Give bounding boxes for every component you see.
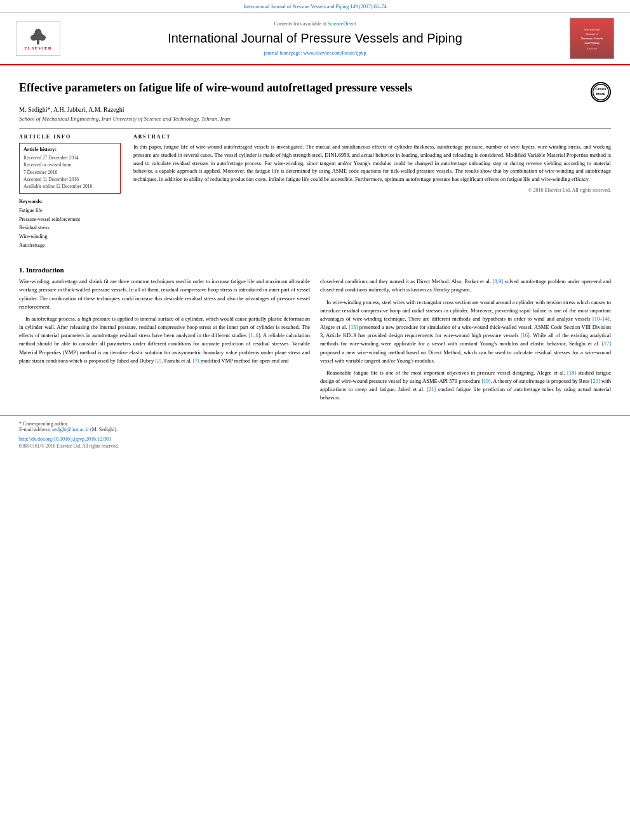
svg-point-4	[35, 29, 42, 36]
authors: M. Sedighi*, A.H. Jabbari, A.M. Razeghi	[19, 106, 611, 113]
elsevier-wordmark: ELSEVIER	[24, 46, 51, 51]
ref-17: [17]	[602, 340, 611, 347]
abstract-text: In this paper, fatigue life of wire-woun…	[133, 143, 611, 183]
article-info-abstract: ARTICLE INFO Article history: Received 2…	[19, 134, 611, 250]
svg-text:Cross: Cross	[595, 86, 607, 91]
crossmark-badge: Cross Mark	[591, 82, 611, 102]
article-info-heading: ARTICLE INFO	[19, 134, 121, 140]
doi-url[interactable]: http://dx.doi.org/10.1016/j.ijpvp.2016.1…	[19, 436, 111, 442]
pvp-logo-area: InternationalJournal ofPressure Vesselsa…	[566, 18, 617, 59]
article-history-label: Article history:	[23, 147, 116, 152]
ref-18: [18]	[567, 370, 576, 376]
email-name: (M. Sedighi).	[90, 427, 117, 432]
body-col2-p1: closed-end conditions and they named it …	[320, 277, 611, 294]
abstract-panel: ABSTRACT In this paper, fatigue life of …	[133, 134, 611, 250]
body-col-1: Wire-winding, autofrettage and shrink fi…	[19, 277, 310, 406]
journal-header: ELSEVIER Contents lists available at Sci…	[0, 13, 630, 65]
body-col2-p2: In wire-winding process, steel wires wit…	[320, 298, 611, 365]
footnote-area: * Corresponding author. E-mail address: …	[0, 415, 630, 435]
pvp-logo-subtitle: Elsevier	[587, 47, 597, 50]
body-col1-p1: Wire-winding, autofrettage and shrink fi…	[19, 277, 310, 311]
article-dates: Received 27 December 2014 Received in re…	[23, 154, 116, 190]
title-area: Effective parameters on fatigue life of …	[19, 81, 575, 100]
email-line: E-mail address: sedighi@iust.ac.ir (M. S…	[19, 427, 611, 432]
elsevier-logo-box: ELSEVIER	[16, 21, 60, 56]
keyword-1: Fatigue life	[19, 206, 121, 215]
homepage-url[interactable]: www.elsevier.com/locate/ijpvp	[303, 50, 366, 56]
top-journal-line: International Journal of Pressure Vessel…	[0, 0, 630, 13]
email-link[interactable]: sedighi@iust.ac.ir	[52, 427, 89, 432]
body-col2-p3: Reasonable fatigue life is one of the mo…	[320, 369, 611, 403]
ref-16: [16]	[521, 332, 530, 338]
article-info-panel: ARTICLE INFO Article history: Received 2…	[19, 134, 121, 250]
journal-title: International Journal of Pressure Vessel…	[168, 31, 462, 46]
two-col-body: Wire-winding, autofrettage and shrink fi…	[19, 277, 611, 406]
ref-1-6: [1–6]	[248, 332, 260, 338]
ref-15: [15]	[349, 324, 358, 330]
keyword-4: Wire-winding	[19, 232, 121, 241]
svg-point-2	[30, 34, 37, 40]
body-col1-p2: In autofrettage process, a high pressure…	[19, 315, 310, 365]
doi-line: http://dx.doi.org/10.1016/j.ijpvp.2016.1…	[0, 435, 630, 443]
corresponding-author: * Corresponding author.	[19, 421, 611, 427]
ref-19: [19]	[481, 378, 490, 384]
affiliation: School of Mechanical Engineering, Iran U…	[19, 116, 611, 122]
keywords-box: Keywords: Fatigue life Pressure-vessel r…	[19, 199, 121, 250]
sciencedirect-link[interactable]: ScienceDirect	[328, 21, 356, 27]
article-history-box: Article history: Received 27 December 20…	[19, 143, 121, 194]
abstract-heading: ABSTRACT	[133, 134, 611, 140]
ref-20: [20]	[591, 378, 600, 384]
body-col-2: closed-end conditions and they named it …	[320, 277, 611, 406]
article-title: Effective parameters on fatigue life of …	[19, 81, 575, 95]
header-center: Contents lists available at ScienceDirec…	[70, 18, 560, 59]
elsevier-logo-area: ELSEVIER	[13, 18, 64, 59]
divider-1	[19, 128, 611, 129]
contents-available-line: Contents lists available at ScienceDirec…	[274, 21, 356, 27]
title-row: Effective parameters on fatigue life of …	[19, 81, 611, 102]
main-content: Effective parameters on fatigue life of …	[0, 65, 630, 256]
copyright-line: © 2016 Elsevier Ltd. All rights reserved…	[133, 187, 611, 193]
ref-10-14: [10–14]	[593, 316, 610, 322]
crossmark-area: Cross Mark	[584, 82, 611, 102]
ref-2: [2]	[155, 357, 161, 364]
keywords-label: Keywords:	[19, 199, 121, 204]
journal-homepage: journal homepage: www.elsevier.com/locat…	[264, 50, 366, 56]
section-1-title: 1. Introduction	[19, 266, 611, 274]
keyword-2: Pressure-vessel reinforcement	[19, 215, 121, 224]
svg-text:Mark: Mark	[596, 91, 606, 96]
top-journal-text: International Journal of Pressure Vessel…	[243, 4, 386, 10]
ref-21: [21]	[427, 386, 436, 392]
pvp-logo-box: InternationalJournal ofPressure Vesselsa…	[570, 18, 614, 59]
issn-line: 0308-0161/© 2016 Elsevier Ltd. All right…	[0, 443, 630, 453]
pvp-logo-text: InternationalJournal ofPressure Vesselsa…	[581, 27, 603, 45]
keyword-5: Autofrettage	[19, 241, 121, 250]
elsevier-tree-icon	[25, 27, 51, 46]
svg-point-3	[39, 34, 46, 40]
ref-7: [7]	[193, 357, 199, 364]
email-label: E-mail address:	[19, 427, 51, 432]
ref-8-9: [8,9]	[493, 278, 503, 284]
keyword-3: Residual stress	[19, 223, 121, 232]
body-section: 1. Introduction Wire-winding, autofretta…	[0, 266, 630, 406]
crossmark-icon: Cross Mark	[592, 82, 610, 102]
page: International Journal of Pressure Vessel…	[0, 0, 630, 840]
